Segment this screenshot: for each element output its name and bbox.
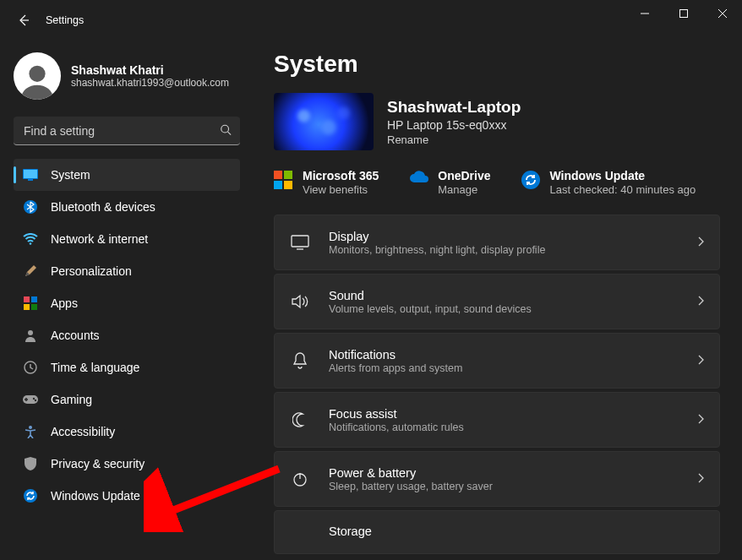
svg-point-1 [29,66,45,82]
svg-point-7 [30,242,32,245]
search-icon [220,124,232,139]
cloud-title: Microsoft 365 [303,169,379,182]
onedrive-icon [409,171,428,189]
nav-item-apps[interactable]: Apps [14,287,240,319]
svg-point-17 [29,426,32,429]
minimize-button[interactable] [625,0,664,27]
chevron-right-icon [697,236,704,249]
sidebar: Shashwat Khatri shashwat.khatri1993@outl… [0,41,254,560]
svg-rect-21 [274,181,282,189]
nav-item-accounts[interactable]: Accounts [14,319,240,351]
m365-icon [274,171,292,189]
nav-list: System Bluetooth & devices Network & int… [14,159,240,512]
setting-notifications[interactable]: Notifications Alerts from apps and syste… [274,333,720,389]
minimize-icon [641,9,649,18]
svg-rect-19 [274,171,282,179]
setting-sub: Volume levels, output, input, sound devi… [329,303,697,315]
gaming-icon [22,391,39,408]
sound-icon [290,291,310,312]
setting-focus[interactable]: Focus assist Notifications, automatic ru… [274,392,720,448]
svg-rect-8 [24,296,30,302]
moon-icon [290,410,310,430]
svg-rect-5 [28,179,33,181]
app-title: Settings [46,14,84,26]
storage-icon [290,521,310,541]
svg-point-23 [521,171,540,189]
nav-label: System [51,168,90,182]
svg-rect-24 [292,236,308,247]
setting-display[interactable]: Display Monitors, brightness, night ligh… [274,215,720,270]
bluetooth-icon [22,198,39,215]
cloud-title: OneDrive [438,169,490,182]
profile-name: Shashwat Khatri [71,63,229,77]
nav-item-system[interactable]: System [14,159,240,191]
close-button[interactable] [703,0,742,27]
power-icon [290,469,310,489]
setting-title: Power & battery [329,466,697,480]
svg-rect-0 [680,10,688,18]
svg-rect-22 [284,181,292,189]
device-rename-link[interactable]: Rename [387,133,521,146]
main-content: System Shashwat-Laptop HP Laptop 15s-eq0… [254,41,742,560]
clock-icon [22,359,39,376]
svg-rect-9 [31,296,37,302]
search-input[interactable] [14,117,240,145]
nav-item-network[interactable]: Network & internet [14,223,240,255]
setting-title: Notifications [329,348,697,362]
cloud-update[interactable]: Windows Update Last checked: 40 minutes … [521,169,696,196]
search-wrap [14,117,240,145]
nav-label: Gaming [51,393,92,406]
nav-item-time[interactable]: Time & language [14,351,240,383]
nav-label: Apps [51,296,78,310]
nav-item-personalization[interactable]: Personalization [14,255,240,287]
profile-email: shashwat.khatri1993@outlook.com [71,77,229,89]
setting-power[interactable]: Power & battery Sleep, battery usage, ba… [274,451,720,507]
setting-title: Display [329,230,697,243]
chevron-right-icon [697,354,704,367]
back-button[interactable] [12,8,35,32]
window-controls [625,0,742,27]
cloud-onedrive[interactable]: OneDrive Manage [409,169,490,196]
nav-label: Network & internet [51,232,148,246]
device-model: HP Laptop 15s-eq0xxx [387,118,521,132]
nav-item-gaming[interactable]: Gaming [14,383,240,416]
bell-icon [290,351,310,371]
setting-sound[interactable]: Sound Volume levels, output, input, soun… [274,274,720,329]
shield-icon [22,455,39,472]
chevron-right-icon [697,295,704,308]
wifi-icon [22,231,39,247]
svg-rect-10 [24,304,30,310]
nav-item-bluetooth[interactable]: Bluetooth & devices [14,191,240,223]
nav-label: Accounts [51,329,100,342]
nav-label: Personalization [51,264,132,278]
page-title: System [274,51,720,78]
nav-item-accessibility[interactable]: Accessibility [14,416,240,448]
nav-item-privacy[interactable]: Privacy & security [14,448,240,480]
setting-sub: Sleep, battery usage, battery saver [329,481,697,492]
svg-rect-4 [24,170,37,178]
nav-label: Windows Update [51,489,140,503]
nav-item-update[interactable]: Windows Update [14,480,240,512]
svg-point-18 [24,489,37,503]
device-wallpaper-thumb[interactable] [274,93,374,150]
setting-title: Sound [329,289,697,302]
cloud-row: Microsoft 365 View benefits OneDrive Man… [274,169,720,196]
chevron-right-icon [697,472,704,486]
person-icon [18,61,57,100]
accessibility-icon [22,423,39,440]
device-block: Shashwat-Laptop HP Laptop 15s-eq0xxx Ren… [274,93,720,150]
svg-rect-20 [284,171,292,179]
profile-block[interactable]: Shashwat Khatri shashwat.khatri1993@outl… [14,52,240,100]
cloud-sub: Manage [438,183,490,196]
setting-title: Focus assist [329,407,697,421]
brush-icon [22,263,39,280]
windows-update-icon [521,171,540,189]
svg-point-15 [33,398,35,400]
setting-sub: Monitors, brightness, night light, displ… [329,244,697,256]
setting-sub: Notifications, automatic rules [329,421,697,433]
close-icon [718,9,727,18]
setting-title: Storage [329,525,704,538]
setting-storage[interactable]: Storage [274,510,720,554]
cloud-m365[interactable]: Microsoft 365 View benefits [274,169,379,196]
maximize-button[interactable] [664,0,703,27]
